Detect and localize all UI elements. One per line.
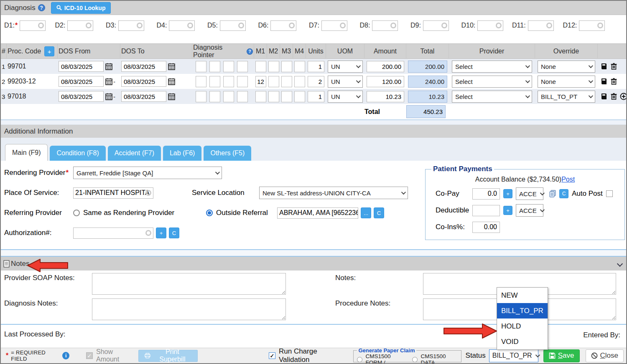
- dos-to-input[interactable]: [121, 91, 166, 102]
- d12-input[interactable]: [579, 20, 605, 31]
- m4-input[interactable]: [294, 91, 305, 102]
- cms1500-data-radio[interactable]: [412, 357, 418, 362]
- m1-input[interactable]: [255, 91, 266, 102]
- copy-icon[interactable]: [548, 190, 557, 198]
- m3-input[interactable]: [281, 61, 292, 72]
- m2-input[interactable]: [268, 91, 279, 102]
- m2-input[interactable]: [268, 61, 279, 72]
- d6-input[interactable]: [270, 20, 296, 31]
- delete-row-icon[interactable]: [610, 93, 617, 100]
- post-link[interactable]: Post: [561, 176, 575, 183]
- units-input[interactable]: [308, 61, 324, 72]
- amount-input[interactable]: [367, 61, 404, 72]
- authorization-clear-button[interactable]: C: [169, 228, 179, 238]
- diagnosis-pointer-help-icon[interactable]: ?: [247, 48, 253, 55]
- save-button[interactable]: Save: [543, 349, 580, 362]
- notes-book-icon[interactable]: [600, 93, 608, 100]
- authorization-add-button[interactable]: +: [156, 228, 166, 238]
- deductible-input[interactable]: [472, 205, 500, 216]
- tab-main[interactable]: Main (F9): [5, 144, 48, 161]
- outside-referral-input[interactable]: ABRAHAM, AMA [96522365: [277, 207, 358, 219]
- dos-to-input[interactable]: [121, 76, 166, 87]
- units-input[interactable]: [308, 76, 324, 87]
- add-row-circle-icon[interactable]: [620, 93, 627, 100]
- d10-input[interactable]: [477, 20, 503, 31]
- m2-input[interactable]: [268, 76, 279, 87]
- calendar-icon[interactable]: [168, 78, 175, 85]
- diagnosis-help-icon[interactable]: ?: [38, 4, 45, 11]
- status-option-new[interactable]: NEW: [497, 288, 548, 303]
- print-superbill-button[interactable]: Print Superbill: [138, 350, 198, 362]
- status-select[interactable]: BILL_TO_PR: [489, 349, 538, 362]
- calendar-icon[interactable]: [168, 63, 175, 70]
- d5-input[interactable]: [220, 20, 246, 31]
- status-option-bill-to-pr[interactable]: BILL_TO_PR: [497, 303, 548, 318]
- copay-type-select[interactable]: ACCE: [516, 187, 543, 200]
- pointer-4-input[interactable]: [237, 91, 248, 102]
- tab-accident[interactable]: Accident (F7): [108, 146, 161, 161]
- coins-input[interactable]: [472, 222, 500, 233]
- status-option-void[interactable]: VOID: [497, 334, 548, 349]
- add-procedure-button[interactable]: +: [44, 46, 54, 56]
- copay-clear-button[interactable]: C: [559, 189, 568, 198]
- notes-book-icon[interactable]: [600, 63, 608, 70]
- amount-input[interactable]: [367, 76, 404, 87]
- m3-input[interactable]: [281, 91, 292, 102]
- status-option-hold[interactable]: HOLD: [497, 318, 548, 334]
- rendering-provider-select[interactable]: Garrett, Freddie [Stage QA]: [73, 167, 222, 179]
- outside-referral-radio[interactable]: [206, 210, 213, 216]
- cms1500-form-radio[interactable]: [357, 357, 362, 362]
- calendar-icon[interactable]: [105, 93, 112, 100]
- pointer-1-input[interactable]: [196, 91, 206, 102]
- tab-lab[interactable]: Lab (F6): [163, 146, 201, 161]
- pointer-2-input[interactable]: [209, 61, 220, 72]
- pointer-1-input[interactable]: [196, 76, 206, 87]
- collapse-chevron-icon[interactable]: [617, 260, 623, 266]
- icd10-lookup-button[interactable]: ICD-10 Lookup: [51, 2, 111, 14]
- provider-select[interactable]: Select: [452, 61, 532, 73]
- dos-from-input[interactable]: [59, 61, 104, 72]
- d7-input[interactable]: [321, 20, 347, 31]
- diagnosis-notes-textarea[interactable]: [92, 298, 286, 320]
- calendar-icon[interactable]: [105, 78, 112, 85]
- referral-clear-button[interactable]: C: [374, 207, 384, 218]
- provider-select[interactable]: Select: [452, 76, 532, 88]
- dos-from-input[interactable]: [59, 91, 104, 102]
- pointer-4-input[interactable]: [237, 61, 248, 72]
- authorization-input[interactable]: [73, 228, 153, 239]
- override-select[interactable]: None: [538, 61, 595, 73]
- dos-from-input[interactable]: [59, 76, 104, 87]
- pointer-2-input[interactable]: [209, 91, 220, 102]
- delete-row-icon[interactable]: [610, 63, 617, 70]
- referral-search-button[interactable]: ...: [361, 207, 371, 218]
- deductible-type-select[interactable]: ACCE: [516, 204, 543, 217]
- override-select[interactable]: None: [538, 76, 595, 88]
- close-button[interactable]: Close: [586, 349, 624, 362]
- pointer-4-input[interactable]: [237, 76, 248, 87]
- units-input[interactable]: [308, 91, 324, 102]
- override-select[interactable]: BILL_TO_PT: [538, 91, 595, 103]
- pointer-1-input[interactable]: [196, 61, 206, 72]
- pointer-3-input[interactable]: [223, 61, 234, 72]
- m4-input[interactable]: [294, 61, 305, 72]
- auto-post-checkbox[interactable]: [606, 190, 613, 197]
- info-icon[interactable]: i: [62, 352, 69, 359]
- calendar-icon[interactable]: [168, 93, 175, 100]
- d4-input[interactable]: [169, 20, 195, 31]
- uom-select[interactable]: UN: [328, 61, 363, 73]
- tab-others[interactable]: Others (F5): [204, 146, 251, 161]
- notes-book-icon[interactable]: [600, 78, 608, 85]
- d9-input[interactable]: [423, 20, 449, 31]
- m3-input[interactable]: [281, 76, 292, 87]
- pointer-3-input[interactable]: [223, 76, 234, 87]
- service-location-select[interactable]: New SL-Test address-UNION CITY-CA: [259, 187, 408, 199]
- d11-input[interactable]: [528, 20, 554, 31]
- show-amount-checkbox[interactable]: ✓: [86, 352, 93, 359]
- d1-input[interactable]: [20, 20, 46, 31]
- m1-input[interactable]: [255, 76, 266, 87]
- provider-select[interactable]: Select: [452, 91, 532, 103]
- d2-input[interactable]: [67, 20, 93, 31]
- pointer-3-input[interactable]: [223, 91, 234, 102]
- delete-row-icon[interactable]: [610, 78, 617, 85]
- m1-input[interactable]: [255, 61, 266, 72]
